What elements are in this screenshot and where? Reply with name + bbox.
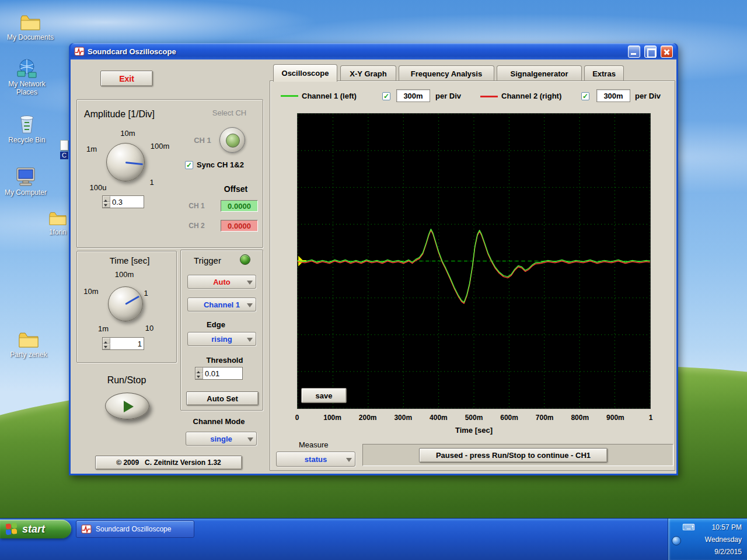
close-button[interactable]	[661, 46, 673, 58]
tab-xy-graph[interactable]: X-Y Graph	[340, 65, 396, 81]
offset-ch1-label: CH 1	[189, 202, 204, 210]
threshold-value-input[interactable]	[203, 368, 242, 379]
desktop-icon-recycle-bin[interactable]: Recycle Bin	[1, 113, 53, 144]
time-scale-label: 1	[144, 289, 148, 298]
sync-label: Sync CH 1&2	[197, 160, 244, 169]
x-tick: 700m	[536, 414, 554, 422]
start-button[interactable]: start	[0, 520, 71, 538]
channel2-perdiv-value[interactable]: 300m	[596, 89, 630, 102]
scope-canvas	[298, 114, 650, 408]
desktop: My Documents My Network Places Recycle B…	[0, 0, 747, 560]
trigger-mode-dropdown[interactable]: Auto	[187, 275, 256, 289]
spinner-down-icon[interactable]	[103, 202, 110, 208]
amplitude-title: Amplitude [1/Div]	[84, 109, 155, 120]
tab-oscilloscope[interactable]: Oscilloscope	[273, 64, 337, 82]
sync-checkbox[interactable]: ✓	[185, 161, 193, 169]
measure-value: status	[305, 455, 327, 464]
tab-extras[interactable]: Extras	[584, 65, 624, 81]
amplitude-spinner[interactable]	[102, 195, 144, 208]
minimize-button[interactable]	[628, 46, 640, 58]
channel1-color-line	[281, 95, 298, 97]
amplitude-scale-label: 1	[149, 178, 153, 187]
measure-dropdown[interactable]: status	[276, 452, 355, 467]
time-spinner[interactable]	[102, 337, 144, 350]
offset-title: Offset	[224, 184, 247, 194]
taskbar-item-label: Soundcard Oszilloscope	[96, 525, 171, 533]
amplitude-scale-label: 1m	[86, 145, 97, 153]
tray-clock[interactable]: 10:57 PM Wednesday 9/2/2015	[705, 522, 742, 558]
time-knob[interactable]	[108, 286, 143, 321]
app-window: Soundcard Oszilloscope Exit Amplitude [1…	[69, 43, 678, 475]
trigger-led	[240, 254, 250, 265]
oscilloscope-panel: Channel 1 (left) ✓ 300m per Div Channel …	[270, 80, 675, 471]
trigger-source-dropdown[interactable]: Channel 1	[187, 298, 256, 312]
dropdown-arrow-icon	[346, 458, 352, 465]
offset-ch1-value[interactable]: 0.0000	[221, 200, 258, 212]
tab-signalgenerator[interactable]: Signalgenerator	[497, 65, 582, 81]
amplitude-value-input[interactable]	[110, 196, 144, 208]
spinner-arrows[interactable]	[196, 368, 203, 379]
spinner-up-icon[interactable]	[103, 338, 110, 344]
trigger-edge-dropdown[interactable]: rising	[187, 332, 256, 346]
time-scale-label: 10	[145, 324, 153, 332]
desktop-icon-partial[interactable]: C	[60, 140, 69, 159]
window-body: Exit Amplitude [1/Div] Select CH 10m 100…	[71, 60, 676, 474]
channel1-checkbox[interactable]: ✓	[382, 92, 390, 100]
threshold-spinner[interactable]	[195, 367, 243, 380]
desktop-icon-label: 1forin	[49, 228, 67, 236]
time-value-input[interactable]	[110, 338, 144, 349]
x-axis-ticks: 0100m200m300m400m500m600m700m800m900m1	[297, 414, 651, 423]
desktop-icon-my-documents[interactable]: My Documents	[5, 13, 56, 41]
spinner-down-icon[interactable]	[196, 373, 203, 379]
desktop-icon-my-network-places[interactable]: My Network Places	[1, 58, 53, 96]
auto-set-button[interactable]: Auto Set	[186, 391, 259, 405]
time-scale-label: 10m	[83, 287, 98, 296]
computer-icon	[15, 167, 37, 187]
channel2-label: Channel 2 (right)	[501, 92, 561, 100]
channel1-perdiv-label: per Div	[435, 92, 461, 100]
channel-mode-dropdown[interactable]: single	[186, 432, 257, 446]
desktop-icon-my-computer[interactable]: My Computer	[0, 167, 51, 197]
spinner-up-icon[interactable]	[196, 368, 203, 373]
select-ch-title: Select CH	[212, 108, 247, 117]
spinner-down-icon[interactable]	[103, 344, 110, 349]
spinner-up-icon[interactable]	[103, 196, 110, 202]
desktop-icon-label: My Computer	[5, 188, 47, 197]
channel-select-knob[interactable]	[219, 127, 245, 153]
tab-frequency-analysis[interactable]: Frequency Analysis	[399, 65, 494, 81]
offset-ch2-value[interactable]: 0.0000	[221, 220, 258, 232]
desktop-icon-party-zenek[interactable]: Party zenek	[3, 330, 54, 359]
taskbar-item-oscilloscope[interactable]: Soundcard Oszilloscope	[76, 520, 194, 538]
check-icon: ✓	[582, 93, 588, 100]
dropdown-arrow-icon	[247, 338, 253, 345]
x-tick: 300m	[394, 414, 412, 422]
desktop-icon-label: Recycle Bin	[8, 136, 45, 144]
maximize-button[interactable]	[644, 46, 657, 58]
desktop-icon-label: My Network Places	[8, 80, 45, 96]
spinner-arrows[interactable]	[103, 338, 110, 349]
channel2-perdiv-label: per Div	[635, 92, 661, 100]
folder-icon	[48, 210, 68, 226]
x-tick: 800m	[571, 414, 589, 422]
clock-time: 10:57 PM	[705, 522, 742, 534]
channel1-perdiv-value[interactable]: 300m	[396, 89, 430, 102]
save-button[interactable]: save	[301, 388, 347, 403]
channel1-label: Channel 1 (left)	[302, 92, 357, 100]
clock-date: 9/2/2015	[705, 546, 742, 558]
scope-display[interactable]: save	[297, 113, 651, 409]
run-stop-label: Run/Stop	[107, 375, 146, 386]
spinner-arrows[interactable]	[103, 196, 110, 208]
window-titlebar[interactable]: Soundcard Oszilloscope	[71, 43, 676, 60]
exit-button[interactable]: Exit	[100, 71, 153, 86]
keyboard-tray-icon[interactable]: ⌨	[682, 522, 695, 533]
tray-ball-icon[interactable]	[672, 536, 681, 545]
channel2-checkbox[interactable]: ✓	[581, 92, 589, 100]
amplitude-scale-label: 100m	[151, 142, 170, 150]
x-tick: 500m	[465, 414, 483, 422]
x-tick: 200m	[359, 414, 377, 422]
time-scale-label: 100m	[115, 270, 134, 279]
clock-day: Wednesday	[705, 534, 742, 546]
run-stop-button[interactable]	[105, 393, 149, 419]
desktop-icon-label: My Documents	[7, 33, 54, 41]
amplitude-knob[interactable]	[106, 143, 145, 181]
